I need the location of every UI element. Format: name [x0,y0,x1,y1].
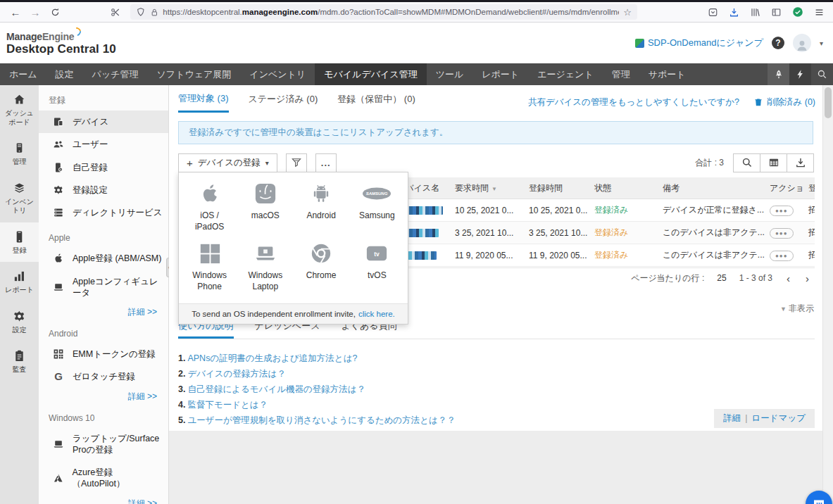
browser-forward-icon[interactable]: → [25,6,45,18]
rail-item-inventory[interactable]: インベントリ [0,174,39,222]
faq-question-link[interactable]: デバイスの登録方法は？ [187,369,285,379]
row-actions-button[interactable]: ●●● [770,206,794,216]
sidebar-item-devices[interactable]: デバイス [39,111,168,133]
os-option-chrome[interactable]: Chrome [294,242,349,292]
nav-item-patch-mgmt[interactable]: パッチ管理 [83,63,148,85]
shared-devices-link[interactable]: 共有デバイスの管理をもっとしやすくしたいですか? [528,96,739,108]
tab-managed[interactable]: 管理対象 (3) [178,92,229,113]
nav-item-support[interactable]: サポート [639,63,695,85]
sidebars-icon[interactable] [771,7,782,18]
os-option-samsung[interactable]: SAMSUNGSamsung [349,182,405,232]
sidebar-item-laptop-surface[interactable]: ラップトップ/Surface Proの登録 [39,427,168,462]
sidebar-item-zero-touch[interactable]: Gゼロタッチ登録 [39,365,168,388]
sidebar-item-azure-autopilot[interactable]: Azure登録（AutoPilot） [39,461,168,496]
url-bar[interactable]: https://desktopcentral.manageengine.com/… [130,4,637,20]
nav-item-agent[interactable]: エージェント [528,63,603,85]
nav-item-home[interactable]: ホーム [0,63,46,85]
search-list-button[interactable] [733,153,760,172]
sidebar-item-self-enrollment[interactable]: 自己登録 [39,156,168,179]
whats-new-rocket-icon[interactable] [768,63,789,85]
rail-item-enrollment[interactable]: 登録 [0,222,39,263]
enroll-os-dropdown: iOS / iPadOS macOS Android SAMSUNGSamsun… [178,172,408,325]
rows-per-page-value[interactable]: 25 [717,273,726,283]
col-status[interactable]: 状態 [590,182,658,194]
row-actions-button[interactable]: ●●● [770,228,794,239]
menu-icon[interactable] [814,7,825,18]
sidebar-item-emm-token[interactable]: EMMトークンの登録 [39,343,168,365]
row-actions-button[interactable]: ●●● [770,251,794,261]
col-remarks[interactable]: 備考 [658,182,765,194]
avatar[interactable] [793,34,811,52]
prev-page-icon[interactable]: ‹ [785,272,791,284]
nav-item-mdm[interactable]: モバイルデバイス管理 [315,63,426,85]
quick-actions-bolt-icon[interactable] [789,63,811,85]
sidebar-item-directory-services[interactable]: ディレクトリサービス [39,201,168,224]
faq-question-link[interactable]: APNsの証明書の生成および追加方法とは? [187,353,357,363]
downloads-icon[interactable] [729,7,739,18]
next-page-icon[interactable]: › [804,272,810,284]
os-option-android[interactable]: Android [294,182,349,232]
nav-item-inventory[interactable]: インベントリ [240,63,315,85]
sidebar-more-windows[interactable]: 詳細 >> [39,496,168,504]
library-icon[interactable] [750,7,760,18]
col-requested-time[interactable]: 要求時間▼ [451,182,525,194]
url-text[interactable]: https://desktopcentral.manageengine.com/… [163,8,619,16]
rail-item-manage[interactable]: 管理 [0,134,39,174]
sidebar-more-apple[interactable]: 詳細 >> [39,304,168,320]
faq-question-link[interactable]: 自己登録によるモバイル機器の登録方法は？ [187,384,365,394]
page-scrollbar[interactable] [822,85,833,504]
click-here-link[interactable]: click here. [358,310,395,318]
lock-icon[interactable] [150,8,159,17]
rail-item-settings[interactable]: 設定 [0,302,39,342]
tab-pending[interactable]: 登録（保留中） (0) [337,93,415,111]
scrollbar-thumb[interactable] [825,87,832,118]
os-option-macos[interactable]: macOS [237,182,293,232]
sidebar-item-apple-configurator[interactable]: Appleコンフィギュレータ [39,270,168,305]
col-enroll-type[interactable]: 登録タ... [804,182,815,194]
bookmark-star-icon[interactable]: ☆ [623,7,632,18]
nav-item-settings[interactable]: 設定 [46,63,83,85]
faq-question-link[interactable]: ユーザーが管理規制を取り消さないようにするための方法とは？？ [187,415,455,425]
column-chooser-button[interactable] [760,153,787,172]
global-search-icon[interactable] [811,63,833,85]
avatar-caret-icon[interactable]: ▾ [820,39,823,47]
filter-button[interactable] [286,153,307,172]
details-roadmap-button[interactable]: 詳細|ロードマップ [714,409,815,428]
sdp-icon [635,39,644,48]
sidebar-item-enrollment-settings[interactable]: 登録設定 [39,179,168,201]
rail-item-reports[interactable]: レポート [0,262,39,302]
nav-item-tools[interactable]: ツール [427,63,473,85]
pocket-icon[interactable] [708,7,718,18]
enroll-device-button[interactable]: + デバイスの登録 ▾ [178,153,277,172]
sdp-ondemand-link[interactable]: SDP-OnDemandにジャンプ [635,37,763,49]
nav-item-software-deploy[interactable]: ソフトウェア展開 [148,63,241,85]
rail-item-dashboard[interactable]: ダッシュボード [0,85,39,134]
extension-check-icon[interactable] [792,6,803,18]
faq-question-link[interactable]: 監督下モードとは？ [187,400,268,410]
browser-back-icon[interactable]: ← [6,6,25,18]
nav-item-admin[interactable]: 管理 [603,63,639,85]
col-enrolled-time[interactable]: 登録時間 [525,182,590,194]
tracking-shield-icon[interactable] [136,7,146,17]
rail-item-audit[interactable]: 監査 [0,341,39,382]
os-option-tvos[interactable]: tvtvOS [349,242,405,292]
browser-refresh-icon[interactable] [45,6,65,18]
os-option-ios[interactable]: iOS / iPadOS [182,182,237,232]
nav-item-reports[interactable]: レポート [472,63,528,85]
sidebar-item-apple-abm[interactable]: Apple登録 (ABM/ASM) [39,247,168,270]
main-content: 管理対象 (3) ステージ済み (0) 登録（保留中） (0) 共有デバイスの管… [169,85,822,504]
faq-item: 1.APNsの証明書の生成および追加方法とは? [178,351,815,366]
export-button[interactable] [787,153,814,172]
extension-icon[interactable] [110,7,120,18]
os-option-windows-laptop[interactable]: Windows Laptop [237,242,293,292]
more-actions-button[interactable]: ... [315,153,337,172]
help-button[interactable]: ? [772,37,784,49]
hide-help-link[interactable]: ▼非表示 [780,303,814,315]
os-option-windows-phone[interactable]: Windows Phone [182,242,237,292]
brand-logo: ManageEngine Desktop Central 10 [6,27,116,56]
sidebar-item-users[interactable]: ユーザー [39,133,168,156]
faq-item: 3.自己登録によるモバイル機器の登録方法は？ [178,382,815,397]
deleted-devices-link[interactable]: 削除済み (0) [753,96,815,108]
tab-staged[interactable]: ステージ済み (0) [249,93,318,111]
sidebar-more-android[interactable]: 詳細 >> [39,389,168,404]
